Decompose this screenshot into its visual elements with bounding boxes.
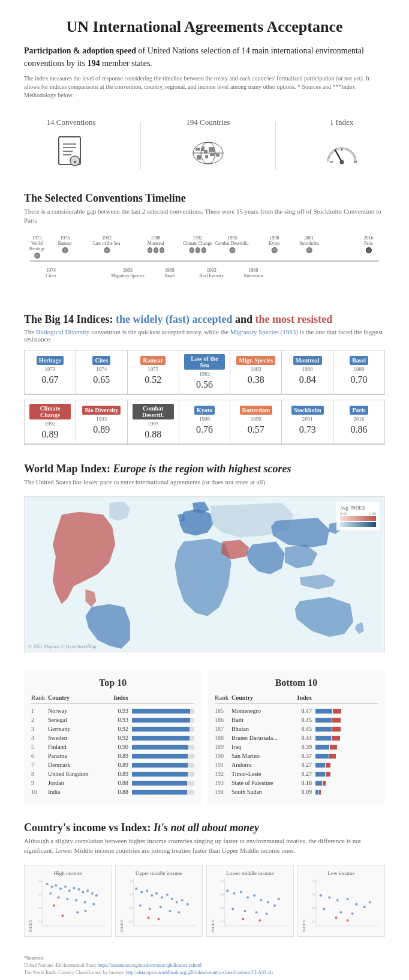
svg-point-37 bbox=[73, 887, 76, 889]
tl-event-1983: 1983 Migratory Species bbox=[111, 268, 144, 278]
svg-point-45 bbox=[66, 898, 68, 900]
rank-row: 2 Senegal 0.93 bbox=[31, 715, 194, 724]
svg-point-65 bbox=[166, 894, 169, 896]
svg-point-84 bbox=[233, 892, 235, 895]
svg-rect-18 bbox=[216, 154, 219, 157]
index-cell-climate-change: Climate Change 1992 0.89 bbox=[25, 400, 76, 444]
svg-point-50 bbox=[61, 915, 64, 917]
svg-rect-16 bbox=[205, 155, 208, 158]
scatter-high-svg: 1.0 0.8 0.6 0.4 bbox=[34, 879, 107, 933]
svg-point-96 bbox=[242, 918, 244, 920]
svg-text:1.0: 1.0 bbox=[130, 880, 133, 883]
scatter-low-income-title: Low income bbox=[302, 870, 381, 876]
rank-row: 194 South Sudan 0.09 bbox=[215, 787, 378, 796]
tl-event-1993: 1993 Bio Diversity bbox=[199, 268, 224, 278]
svg-point-71 bbox=[149, 908, 151, 910]
svg-point-113 bbox=[351, 912, 353, 915]
scatter-title: Country's income vs Index: It's not all … bbox=[24, 822, 385, 834]
rank-row: 189 Iraq 0.39 bbox=[215, 742, 378, 751]
rank-row: 1 Norway 0.93 bbox=[31, 706, 194, 715]
svg-rect-14 bbox=[209, 147, 215, 152]
svg-rect-15 bbox=[210, 153, 215, 156]
svg-point-47 bbox=[84, 901, 86, 903]
svg-point-48 bbox=[92, 903, 95, 906]
scatter-low-income-inner: INDEX 1.0 0.8 0.6 0.4 bbox=[302, 879, 381, 933]
indices-subtitle: The Biological Diversity convention is t… bbox=[24, 328, 385, 343]
bottom10-header-bar bbox=[315, 694, 378, 701]
svg-point-60 bbox=[140, 891, 143, 893]
svg-point-32 bbox=[50, 885, 53, 888]
stat-countries: 194 Countries bbox=[186, 118, 230, 174]
svg-point-34 bbox=[59, 888, 62, 890]
top10-header-index: Index bbox=[110, 694, 132, 701]
rank-row: 192 Timor-Leste 0.27 bbox=[215, 769, 378, 778]
svg-point-44 bbox=[58, 896, 60, 898]
subtitle-bold: Participation & adoption speed bbox=[24, 46, 136, 55]
index-cell-paris: Paris 2016 0.86 bbox=[333, 400, 384, 444]
index-cell-rotterdam: Rotterdam 1999 0.57 bbox=[230, 400, 282, 444]
svg-point-115 bbox=[347, 919, 349, 922]
svg-point-85 bbox=[240, 891, 242, 893]
document-icon bbox=[50, 132, 92, 174]
svg-point-89 bbox=[267, 901, 269, 903]
svg-text:1.0: 1.0 bbox=[38, 880, 42, 883]
gauge-icon bbox=[321, 132, 363, 174]
bottom10-rows: 185 Montenegro 0.47 186 Haiti 0.45 187 B… bbox=[215, 706, 378, 796]
svg-point-114 bbox=[335, 916, 337, 919]
timeline-visual: 1973 WorldHeritage 1975 Ramsar 1982 Law … bbox=[30, 235, 379, 295]
scatter-high-income: High income INDEX 1.0 0.8 0.6 0.4 bbox=[24, 865, 112, 937]
svg-point-36 bbox=[68, 889, 71, 892]
index-cell-ramsar: Ramsar 1975 0.52 bbox=[128, 350, 179, 394]
page-subtitle: Participation & adoption speed of United… bbox=[24, 44, 385, 70]
svg-point-39 bbox=[82, 891, 84, 893]
svg-point-62 bbox=[151, 894, 153, 897]
svg-point-76 bbox=[157, 918, 160, 920]
scatter-section: Country's income vs Index: It's not all … bbox=[24, 822, 385, 937]
scatter-lower-middle-inner: INDEX 1.0 0.8 0.6 0.4 bbox=[210, 879, 290, 933]
svg-text:0.8: 0.8 bbox=[38, 893, 42, 896]
tl-event-2016: 2016 Paris bbox=[364, 235, 374, 253]
svg-point-111 bbox=[323, 908, 325, 910]
tl-event-1975: 1975 Ramsar bbox=[58, 235, 72, 253]
rank-row: 9 Jordan 0.88 bbox=[31, 778, 194, 787]
rankings-section: Top 10 Rank Country Index 1 Norway 0.93 … bbox=[24, 670, 385, 804]
page-container: UN International Agreements Acceptance P… bbox=[0, 0, 409, 980]
top10-header: Rank Country Index bbox=[31, 694, 194, 704]
map-title-emphasis: Europe is the region with highest scores bbox=[113, 463, 291, 475]
svg-point-38 bbox=[77, 888, 80, 891]
index-cell-cites: Cites 1974 0.65 bbox=[76, 350, 128, 394]
tl-event-1989: 1989 Basel bbox=[164, 268, 175, 278]
svg-point-43 bbox=[49, 892, 52, 895]
svg-point-46 bbox=[75, 899, 77, 901]
svg-point-5 bbox=[70, 156, 80, 166]
scatter-lower-middle-title: Lower middle income bbox=[210, 870, 290, 876]
legend-bar-blue bbox=[340, 522, 376, 527]
scatter-y-label-4: INDEX bbox=[302, 879, 306, 933]
svg-text:0.4: 0.4 bbox=[312, 920, 315, 923]
svg-point-107 bbox=[347, 898, 349, 900]
svg-point-51 bbox=[76, 911, 79, 913]
svg-rect-17 bbox=[197, 155, 201, 160]
legend-min: 0.00 bbox=[340, 511, 347, 516]
svg-text:0.6: 0.6 bbox=[38, 907, 42, 910]
svg-point-106 bbox=[336, 899, 339, 901]
index-cell-heritage: Heritage 1973 0.67 bbox=[25, 350, 76, 394]
indices-title: The Big 14 Indices: the widely (fast) ac… bbox=[24, 313, 385, 326]
svg-point-70 bbox=[139, 904, 142, 907]
svg-point-88 bbox=[260, 899, 262, 901]
subtitle-num: 194 bbox=[87, 59, 100, 68]
scatter-subtitle: Although a slighty correlation between h… bbox=[24, 837, 385, 855]
svg-point-86 bbox=[246, 896, 249, 898]
svg-point-91 bbox=[278, 898, 280, 900]
svg-text:0.8: 0.8 bbox=[312, 893, 315, 896]
svg-point-40 bbox=[86, 889, 89, 892]
svg-text:0.6: 0.6 bbox=[312, 907, 315, 910]
svg-rect-11 bbox=[196, 148, 200, 151]
stat-divider-2 bbox=[275, 122, 276, 170]
legend-label: Avg. INDEX bbox=[340, 505, 376, 511]
svg-point-110 bbox=[369, 901, 371, 903]
tl-event-2001: 2001 Stockholm bbox=[299, 235, 319, 253]
map-container: Avg. INDEX 0.00 1.00 © 2021 Mapbox © Ope… bbox=[24, 496, 385, 652]
rank-row: 188 Brunei Darussala... 0.44 bbox=[215, 733, 378, 742]
index-cell-montreal: Montreal 1988 0.84 bbox=[282, 350, 333, 394]
